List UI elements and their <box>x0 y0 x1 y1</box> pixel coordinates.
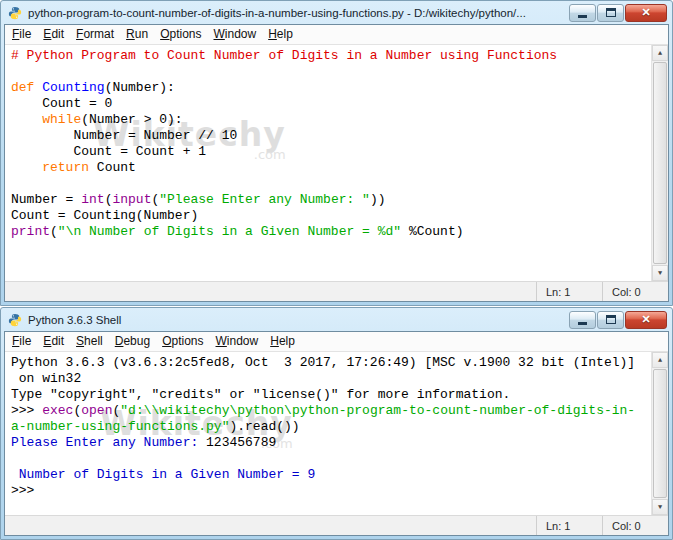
code-segment-plain: on win32 <box>11 371 81 386</box>
code-segment-plain: Count = Counting(Number) <box>11 208 198 223</box>
code-line: def Counting(Number): <box>11 80 651 96</box>
code-segment-keyword: return <box>42 160 89 175</box>
python-icon <box>8 312 23 327</box>
code-segment-plain: (Number): <box>105 80 175 95</box>
shell-window-controls: ✕ <box>569 311 667 329</box>
close-button[interactable]: ✕ <box>625 4 667 22</box>
maximize-button[interactable] <box>597 4 624 22</box>
minimize-button[interactable] <box>569 311 596 329</box>
code-segment-builtin: print <box>11 224 50 239</box>
scroll-up-icon[interactable]: ▲ <box>652 45 668 61</box>
editor-window-controls: ✕ <box>569 4 667 22</box>
code-segment-builtin: exec <box>42 403 73 418</box>
code-line <box>11 176 651 192</box>
editor-menubar: FileEditFormatRunOptionsWindowHelp <box>5 25 668 45</box>
code-segment-plain: Python 3.6.3 (v3.6.3:2c5fed8, Oct 3 2017… <box>11 355 635 370</box>
editor-titlebar[interactable]: python-program-to-count-number-of-digits… <box>4 1 669 24</box>
code-line: print("\n Number of Digits in a Given Nu… <box>11 224 651 240</box>
code-segment-stdout: Please Enter any Number: <box>11 435 206 450</box>
code-segment-plain: Number = Number // 10 <box>11 128 237 143</box>
menu-item-file[interactable]: File <box>6 332 37 351</box>
editor-scrollbar-thumb[interactable] <box>653 62 667 264</box>
code-segment-plain: Count <box>89 160 136 175</box>
code-segment-plain <box>11 112 42 127</box>
code-segment-string: "\n Number of Digits in a Given Number =… <box>58 224 401 239</box>
code-segment-keyword: def <box>11 80 34 95</box>
code-line: Count = Count + 1 <box>11 144 651 160</box>
code-segment-stdout: Number of Digits in a Given Number = 9 <box>11 467 315 482</box>
close-icon: ✕ <box>641 6 650 19</box>
minimize-button[interactable] <box>569 4 596 22</box>
shell-titlebar[interactable]: Python 3.6.3 Shell ✕ <box>4 308 669 331</box>
editor-text-area[interactable]: Wikitechy .com # Python Program to Count… <box>5 45 668 281</box>
scroll-up-icon[interactable]: ▲ <box>652 352 668 368</box>
code-segment-plain: Count = Count + 1 <box>11 144 206 159</box>
menu-item-shell[interactable]: Shell <box>70 332 109 351</box>
code-segment-plain: ).read()) <box>229 419 299 434</box>
menu-item-help[interactable]: Help <box>262 25 299 44</box>
menu-item-window[interactable]: Window <box>210 332 265 351</box>
code-line: Please Enter any Number: 123456789 <box>11 435 651 451</box>
shell-statusbar: Ln: 1 Col: 0 <box>5 515 668 535</box>
menu-item-help[interactable]: Help <box>264 332 301 351</box>
screen: { "icons": { "close_glyph": "✕", "scroll… <box>0 0 673 540</box>
code-line: on win32 <box>11 371 651 387</box>
python-icon <box>8 5 23 20</box>
code-segment-plain: >>> <box>11 403 42 418</box>
scroll-down-icon[interactable]: ▼ <box>652 265 668 281</box>
code-line: >>> exec(open("d:\\wikitechy\python\pyth… <box>11 403 651 419</box>
editor-statusbar: Ln: 1 Col: 0 <box>5 281 668 301</box>
status-col-indicator: Col: 0 <box>602 516 668 535</box>
code-line: while(Number > 0): <box>11 112 651 128</box>
maximize-icon <box>606 8 616 17</box>
code-segment-builtin: int <box>81 192 104 207</box>
status-col-indicator: Col: 0 <box>602 282 668 301</box>
menu-item-options[interactable]: Options <box>156 332 209 351</box>
menu-item-debug[interactable]: Debug <box>109 332 156 351</box>
code-segment-string: a-number-using-functions.py" <box>11 419 229 434</box>
menu-item-edit[interactable]: Edit <box>37 25 70 44</box>
menu-item-run[interactable]: Run <box>120 25 154 44</box>
menu-item-options[interactable]: Options <box>154 25 207 44</box>
shell-scrollbar[interactable]: ▲ ▼ <box>651 352 668 515</box>
code-line: >>> <box>11 483 651 499</box>
scroll-down-icon[interactable]: ▼ <box>652 499 668 515</box>
code-segment-builtin: input <box>112 192 151 207</box>
code-segment-plain: Count = 0 <box>11 96 112 111</box>
code-segment-string: "d:\\wikitechy\python\python-program-to-… <box>120 403 635 418</box>
menu-item-window[interactable]: Window <box>208 25 263 44</box>
close-button[interactable]: ✕ <box>625 311 667 329</box>
code-segment-plain: )) <box>370 192 386 207</box>
code-segment-plain: 123456789 <box>206 435 276 450</box>
code-segment-defname: Counting <box>42 80 104 95</box>
code-line <box>11 451 651 467</box>
menu-item-file[interactable]: File <box>6 25 37 44</box>
code-segment-plain: >>> <box>11 483 42 498</box>
status-line-indicator: Ln: 1 <box>536 282 602 301</box>
code-line: a-number-using-functions.py").read()) <box>11 419 651 435</box>
status-line-indicator: Ln: 1 <box>536 516 602 535</box>
shell-scrollbar-thumb[interactable] <box>653 369 667 498</box>
code-line: Count = Counting(Number) <box>11 208 651 224</box>
menu-item-format[interactable]: Format <box>70 25 120 44</box>
menu-item-edit[interactable]: Edit <box>37 332 70 351</box>
code-segment-string: "Please Enter any Number: " <box>159 192 370 207</box>
minimize-icon <box>578 322 587 325</box>
shell-client-area: FileEditShellDebugOptionsWindowHelp Wiki… <box>4 331 669 536</box>
editor-client-area: FileEditFormatRunOptionsWindowHelp Wikit… <box>4 24 669 302</box>
editor-window: python-program-to-count-number-of-digits… <box>0 0 673 306</box>
editor-scrollbar[interactable]: ▲ ▼ <box>651 45 668 281</box>
shell-text-area[interactable]: Wikitechy .com Python 3.6.3 (v3.6.3:2c5f… <box>5 352 668 515</box>
maximize-icon <box>606 315 616 324</box>
shell-menubar: FileEditShellDebugOptionsWindowHelp <box>5 332 668 352</box>
code-line: return Count <box>11 160 651 176</box>
shell-window: Python 3.6.3 Shell ✕ FileEditShellDebugO… <box>0 307 673 540</box>
minimize-icon <box>578 15 587 18</box>
maximize-button[interactable] <box>597 311 624 329</box>
code-segment-plain: %Count) <box>401 224 463 239</box>
code-line <box>11 64 651 80</box>
code-segment-plain: (Number > 0): <box>81 112 182 127</box>
code-line: Python 3.6.3 (v3.6.3:2c5fed8, Oct 3 2017… <box>11 355 651 371</box>
code-segment-plain: Type "copyright", "credits" or "license(… <box>11 387 510 402</box>
code-line: Number = int(input("Please Enter any Num… <box>11 192 651 208</box>
